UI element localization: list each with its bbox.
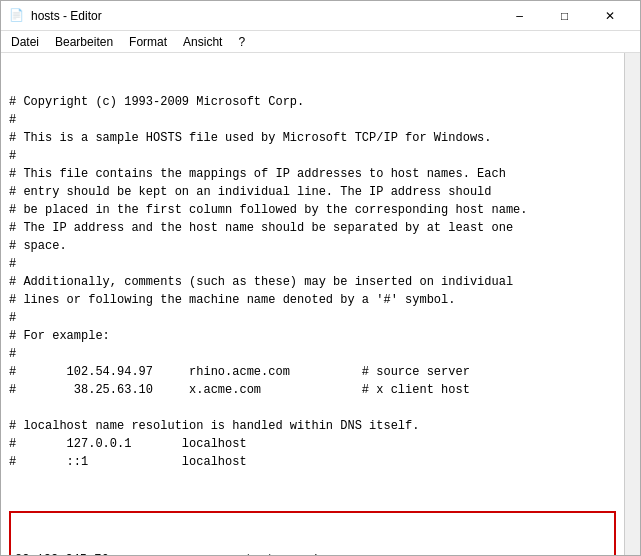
title-bar-left: 📄 hosts - Editor <box>9 8 102 24</box>
scrollbar[interactable] <box>624 53 640 555</box>
highlighted-block: 83.133.245.76 test-acc.de83.133.245.76 w… <box>9 511 616 555</box>
menu-bearbeiten[interactable]: Bearbeiten <box>49 33 119 51</box>
editor-line: # <box>9 111 616 129</box>
editor-line: # entry should be kept on an individual … <box>9 183 616 201</box>
editor-area[interactable]: # Copyright (c) 1993-2009 Microsoft Corp… <box>1 53 624 555</box>
menu-format[interactable]: Format <box>123 33 173 51</box>
title-bar-controls: – □ ✕ <box>497 1 632 31</box>
editor-line: # lines or following the machine name de… <box>9 291 616 309</box>
editor-line: # 102.54.94.97 rhino.acme.com # source s… <box>9 363 616 381</box>
menu-help[interactable]: ? <box>232 33 251 51</box>
highlighted-line: 83.133.245.76 test-acc.de <box>15 551 610 555</box>
editor-line: # Additionally, comments (such as these)… <box>9 273 616 291</box>
editor-content: # Copyright (c) 1993-2009 Microsoft Corp… <box>9 57 616 555</box>
editor-line: # be placed in the first column followed… <box>9 201 616 219</box>
window-title: hosts - Editor <box>31 9 102 23</box>
maximize-button[interactable]: □ <box>542 1 587 31</box>
menu-ansicht[interactable]: Ansicht <box>177 33 228 51</box>
editor-line: # This is a sample HOSTS file used by Mi… <box>9 129 616 147</box>
editor-line: # <box>9 255 616 273</box>
editor-container: # Copyright (c) 1993-2009 Microsoft Corp… <box>1 53 640 555</box>
menu-datei[interactable]: Datei <box>5 33 45 51</box>
editor-line: # space. <box>9 237 616 255</box>
editor-line: # 38.25.63.10 x.acme.com # x client host <box>9 381 616 399</box>
editor-line: # Copyright (c) 1993-2009 Microsoft Corp… <box>9 93 616 111</box>
editor-line: # <box>9 309 616 327</box>
editor-line: # For example: <box>9 327 616 345</box>
title-bar: 📄 hosts - Editor – □ ✕ <box>1 1 640 31</box>
editor-line: # The IP address and the host name shoul… <box>9 219 616 237</box>
editor-line: # <box>9 147 616 165</box>
main-window: 📄 hosts - Editor – □ ✕ Datei Bearbeiten … <box>0 0 641 556</box>
static-lines: # Copyright (c) 1993-2009 Microsoft Corp… <box>9 93 616 471</box>
editor-line: # <box>9 345 616 363</box>
editor-line: # This file contains the mappings of IP … <box>9 165 616 183</box>
editor-line: # ::1 localhost <box>9 453 616 471</box>
editor-line: # 127.0.0.1 localhost <box>9 435 616 453</box>
editor-line: # localhost name resolution is handled w… <box>9 417 616 435</box>
close-button[interactable]: ✕ <box>587 1 632 31</box>
highlight-lines: 83.133.245.76 test-acc.de83.133.245.76 w… <box>15 551 610 555</box>
editor-line <box>9 399 616 417</box>
app-icon: 📄 <box>9 8 25 24</box>
menu-bar: Datei Bearbeiten Format Ansicht ? <box>1 31 640 53</box>
minimize-button[interactable]: – <box>497 1 542 31</box>
